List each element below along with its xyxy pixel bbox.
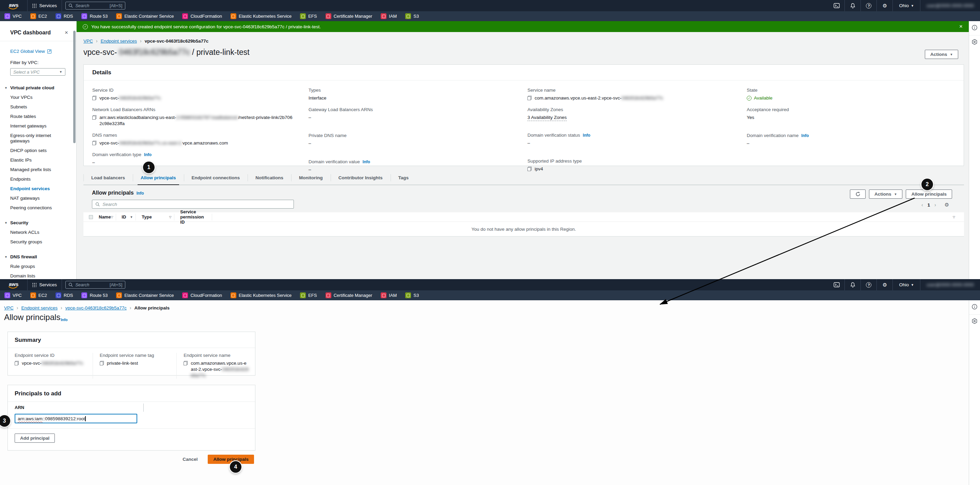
favorite-service-link[interactable]: Route 53 [81,13,108,19]
info-link[interactable]: Info [583,133,590,138]
sidebar-item[interactable]: DHCP option sets [10,148,63,153]
info-panel-icon[interactable] [972,21,978,35]
favorite-service-link[interactable]: CloudFormation [182,13,222,19]
sidebar-item[interactable]: Network ACLs [10,230,63,235]
info-panel-icon[interactable] [972,300,978,314]
banner-close-icon[interactable]: × [959,23,963,30]
tab[interactable]: Tags [391,171,417,185]
info-link[interactable]: Info [60,317,67,322]
tab[interactable]: Monitoring [291,171,331,185]
favorite-service-link[interactable]: Elastic Kubernetes Service [231,292,291,298]
cancel-button[interactable]: Cancel [183,457,197,462]
info-link[interactable]: Info [137,191,144,196]
favorite-service-link[interactable]: EFS [300,292,317,298]
sidebar-item[interactable]: Domain lists [10,273,63,279]
actions-button[interactable]: Actions ▼ [925,50,958,59]
sidebar-item[interactable]: Egress-only internet gateways [10,133,63,144]
favorite-service-link[interactable]: S3 [405,13,419,19]
table-column-header[interactable]: Type ▽ [136,214,174,220]
breadcrumb-endpoint-services[interactable]: Endpoint services [100,38,137,44]
services-menu-button[interactable]: Services [27,279,62,290]
copy-icon[interactable] [527,96,531,100]
select-all-checkbox[interactable] [89,215,93,219]
vpc-filter-select[interactable]: Select a VPC ▼ [10,68,65,76]
filter-icon[interactable]: ▽ [169,215,171,219]
table-column-header[interactable]: Service permission ID [174,214,212,220]
help-icon[interactable]: ? [861,0,877,11]
sidebar-item[interactable]: Elastic IPs [10,158,63,163]
favorite-service-link[interactable]: EC2 [30,292,47,298]
favorite-service-link[interactable]: Elastic Container Service [116,13,173,19]
allow-principals-submit-button[interactable]: Allow principals [208,455,254,464]
next-page-icon[interactable]: › [934,202,936,207]
sidebar-item[interactable]: Your VPCs [10,95,63,100]
favorite-service-link[interactable]: Elastic Kubernetes Service [231,13,291,19]
favorite-service-link[interactable]: Certificate Manager [326,13,372,19]
sidebar-item[interactable]: NAT gateways [10,196,63,201]
actions-dropdown-button[interactable]: Actions ▼ [869,190,902,199]
sidebar-section-vpc[interactable]: ▼ Virtual private cloud [5,85,67,90]
favorite-service-link[interactable]: EFS [300,13,317,19]
filter-icon[interactable]: ▼ [130,215,133,219]
tab[interactable]: Allow principals [133,171,184,185]
tab[interactable]: Notifications [248,171,291,185]
favorite-service-link[interactable]: CloudFormation [182,292,222,298]
filter-icon[interactable]: ▽ [111,215,113,219]
breadcrumb-vpc[interactable]: VPC [83,38,93,44]
sidebar-item[interactable]: Endpoints [10,177,63,182]
sidebar-item[interactable]: Rule groups [10,264,63,269]
cloudshell-icon[interactable] [829,0,845,11]
aws-logo[interactable]: aws [9,2,18,9]
favorite-service-link[interactable]: EC2 [30,13,47,19]
favorite-service-link[interactable]: IAM [381,13,397,19]
sidebar-item[interactable]: Route tables [10,114,63,119]
sidebar-item-ec2-global-view[interactable]: EC2 Global View ↗ [10,49,51,54]
add-principal-button[interactable]: Add principal [14,434,55,443]
info-link[interactable]: Info [144,152,151,157]
breadcrumb-endpoint-services[interactable]: Endpoint services [21,305,57,311]
favorite-service-link[interactable]: RDS [56,13,73,19]
sidebar-item[interactable]: Endpoint services [10,186,63,191]
sidebar-item[interactable]: Managed prefix lists [10,167,63,172]
info-link[interactable]: Info [801,133,809,138]
favorite-service-link[interactable]: Elastic Container Service [116,292,173,298]
region-selector[interactable]: Ohio ▼ [893,3,920,8]
favorite-service-link[interactable]: VPC [5,292,22,298]
favorite-service-link[interactable]: RDS [56,292,73,298]
notifications-bell-icon[interactable] [845,0,861,11]
tab[interactable]: Endpoint connections [184,171,248,185]
availability-zones-link[interactable]: 3 Availability Zones [527,115,566,121]
breadcrumb-vpc[interactable]: VPC [4,305,14,311]
table-column-header[interactable]: Name ▽ [93,214,116,220]
copy-icon[interactable] [92,96,96,100]
sidebar-scrollbar[interactable] [73,31,76,143]
filter-icon[interactable]: ▽ [953,215,955,219]
account-menu[interactable]: user@0000-0000-0000 [920,3,980,8]
hexagon-panel-icon[interactable] [972,314,978,329]
favorite-service-link[interactable]: Route 53 [81,292,108,298]
copy-icon[interactable] [14,361,19,365]
allow-principals-button[interactable]: Allow principals [906,190,952,199]
table-preferences-gear-icon[interactable]: ⚙ [945,202,949,208]
favorite-service-link[interactable]: VPC [5,13,22,19]
tab[interactable]: Contributor Insights [331,171,391,185]
settings-gear-icon[interactable]: ⚙ [877,0,892,11]
sidebar-item[interactable]: Subnets [10,104,63,110]
region-selector[interactable]: Ohio ▼ [893,282,920,287]
global-search-input[interactable]: Search [Alt+S] [65,2,125,10]
notifications-bell-icon[interactable] [845,279,861,290]
account-menu[interactable]: user@0000-0000-0000 [920,282,980,287]
copy-icon[interactable] [92,141,96,145]
copy-icon[interactable] [92,115,96,120]
tab[interactable]: Load balancers [83,171,133,185]
principals-search-input[interactable]: Search [92,200,294,209]
favorite-service-link[interactable]: S3 [405,292,419,298]
hexagon-panel-icon[interactable] [972,35,978,49]
settings-gear-icon[interactable]: ⚙ [877,279,892,290]
sidebar-item[interactable]: Security groups [10,239,63,245]
table-column-header[interactable]: ID ▼ [116,214,136,220]
breadcrumb-service-id[interactable]: vpce-svc-0463f18c629b5a77c [65,305,127,311]
aws-logo[interactable]: aws [9,282,18,288]
sidebar-section-security[interactable]: ▼ Security [5,220,67,225]
current-page[interactable]: 1 [928,203,930,207]
